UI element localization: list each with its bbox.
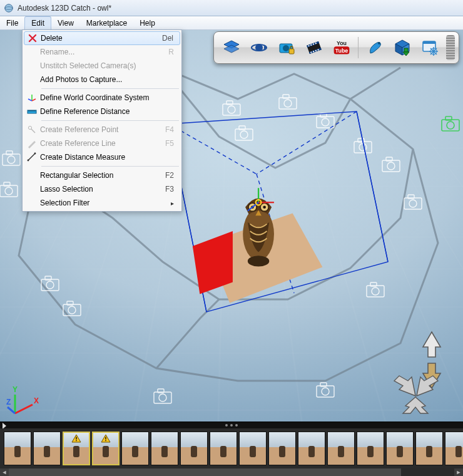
tool-layers[interactable] [219, 35, 244, 60]
filmstrip-thumb[interactable] [327, 432, 355, 465]
camera-gizmo[interactable] [363, 281, 388, 301]
filmstrip-thumb[interactable] [210, 432, 237, 465]
orientation-axes-widget[interactable]: X Y Z [6, 383, 43, 420]
scroll-right-button[interactable]: ► [454, 468, 463, 476]
camera-gizmo[interactable] [150, 387, 175, 407]
svg-text:Tube: Tube [335, 48, 348, 54]
filmstrip-thumb[interactable] [151, 432, 178, 465]
filmstrip-thumb[interactable] [63, 432, 90, 465]
camera-gizmo[interactable] [379, 155, 404, 175]
edit-rect-selection[interactable]: Rectangular Selection F2 [24, 168, 180, 182]
tool-orbit[interactable] [247, 35, 272, 60]
edit-unstitch-label: Unstitch Selected Camera(s) [40, 61, 174, 70]
edit-create-refpoint: Create Reference Point F4 [24, 123, 180, 137]
filmstrip-thumb[interactable] [415, 432, 443, 465]
camera-gizmo[interactable] [253, 237, 278, 257]
edit-create-refpoint-accel: F4 [160, 125, 174, 134]
svg-line-4 [28, 99, 32, 101]
scroll-track[interactable] [9, 468, 454, 476]
camera-gizmo[interactable] [232, 124, 257, 144]
tool-marker[interactable] [362, 35, 387, 60]
tool-cube-download[interactable] [390, 35, 415, 60]
camera-gizmo[interactable] [0, 180, 21, 200]
svg-rect-77 [105, 437, 106, 440]
svg-rect-67 [423, 41, 435, 44]
axes-rgb-icon [24, 91, 40, 105]
svg-rect-74 [76, 437, 77, 440]
camera-gizmo[interactable] [400, 193, 425, 213]
filmstrip-thumb[interactable] [33, 432, 61, 465]
edit-delete-label: Delete [41, 34, 157, 43]
camera-gizmo[interactable] [38, 274, 63, 294]
camera-gizmo[interactable] [350, 137, 375, 157]
edit-selection-filter[interactable]: Selection Filter [24, 196, 180, 210]
pencil-icon [24, 137, 40, 150]
window-titlebar: Autodesk 123D Catch - owl* [0, 0, 463, 16]
menu-help[interactable]: Help [133, 16, 161, 29]
camera-gizmo[interactable] [313, 381, 338, 401]
ruler-icon [24, 105, 40, 118]
svg-marker-39 [224, 45, 239, 53]
menu-view[interactable]: View [51, 16, 80, 29]
edit-rect-selection-label: Rectangular Selection [40, 171, 160, 180]
edit-create-distmeasure[interactable]: Create Distance Measure [24, 150, 180, 164]
svg-line-7 [31, 129, 35, 133]
window-title: Autodesk 123D Catch - owl* [18, 4, 111, 13]
camera-gizmo[interactable] [219, 99, 244, 119]
filmstrip-thumb[interactable] [298, 432, 325, 465]
edit-rename-accel: R [163, 48, 174, 56]
edit-create-refline-accel: F5 [160, 139, 174, 148]
svg-line-3 [32, 99, 36, 101]
menu-marketplace[interactable]: Marketplace [80, 16, 133, 29]
tool-youtube[interactable]: You Tube [329, 35, 354, 60]
tool-film[interactable] [302, 35, 327, 60]
filmstrip-thumb[interactable] [386, 432, 414, 465]
edit-define-wcs-label: Define World Coordinate System [40, 93, 174, 102]
camera-gizmo-selected[interactable] [438, 115, 463, 135]
edit-define-wcs[interactable]: Define World Coordinate System [24, 91, 180, 105]
svg-text:You: You [337, 40, 347, 46]
filmstrip-collapse-handle[interactable] [0, 422, 463, 428]
filmstrip-thumb[interactable] [445, 432, 463, 465]
camera-gizmo[interactable] [0, 149, 24, 169]
svg-rect-75 [76, 440, 77, 442]
menu-separator [41, 88, 179, 89]
tool-camera-lock[interactable] [274, 35, 299, 60]
menu-separator [41, 120, 179, 121]
tool-window-gear[interactable] [417, 35, 442, 60]
filmstrip-thumb[interactable] [239, 432, 267, 465]
edit-rename: Rename... R [24, 45, 180, 59]
toolbar-separator [358, 37, 359, 58]
edit-add-photos[interactable]: Add Photos to Capture... [24, 73, 180, 86]
app-icon [4, 3, 14, 13]
menu-file[interactable]: File [0, 16, 24, 29]
svg-line-36 [15, 405, 33, 413]
filmstrip-thumb[interactable] [268, 432, 296, 465]
filmstrip-thumb[interactable] [4, 432, 31, 465]
edit-lasso-selection[interactable]: Lasso Selection F3 [24, 182, 180, 196]
axis-x-label: X [34, 396, 39, 405]
photo-filmstrip[interactable] [0, 428, 463, 468]
view-nav-arrows[interactable] [378, 328, 453, 416]
edit-create-refpoint-label: Create Reference Point [40, 125, 160, 134]
filmstrip-thumb[interactable] [357, 432, 384, 465]
svg-rect-78 [105, 440, 106, 442]
toolbar-grip[interactable] [446, 35, 455, 60]
svg-point-60 [378, 42, 380, 44]
filmstrip-thumb[interactable] [180, 432, 208, 465]
camera-gizmo[interactable] [313, 111, 338, 132]
camera-gizmo[interactable] [275, 93, 300, 113]
scroll-left-button[interactable]: ◄ [0, 468, 9, 476]
delete-x-icon [24, 31, 41, 45]
filmstrip-thumb[interactable] [121, 432, 149, 465]
svg-point-8 [28, 160, 29, 162]
edit-delete[interactable]: Delete Del [24, 31, 180, 45]
edit-define-refdist[interactable]: Define Reference Distance [24, 105, 180, 118]
camera-gizmo[interactable] [59, 299, 84, 319]
main-toolbar: You Tube [213, 31, 459, 64]
filmstrip-thumb[interactable] [92, 432, 120, 465]
menu-edit[interactable]: Edit [24, 16, 51, 29]
scroll-thumb[interactable] [9, 468, 401, 476]
edit-unstitch: Unstitch Selected Camera(s) [24, 59, 180, 73]
filmstrip-scrollbar[interactable]: ◄ ► [0, 468, 463, 476]
